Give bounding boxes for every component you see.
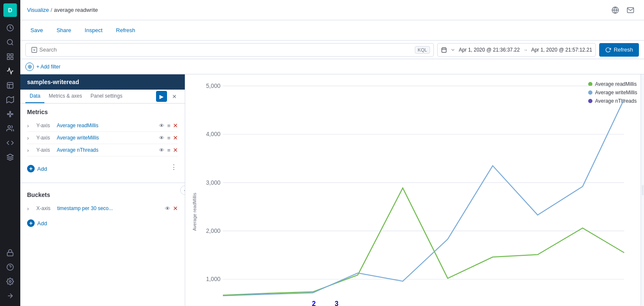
nav-icon-dashboard[interactable] bbox=[3, 50, 17, 63]
metrics-section: Metrics › Y-axis Average readMillis 👁 ≡ … bbox=[20, 104, 185, 179]
refresh-button[interactable]: Refresh bbox=[599, 43, 639, 57]
svg-point-1 bbox=[7, 39, 12, 44]
metric-1-delete-icon[interactable]: ✕ bbox=[173, 122, 178, 129]
svg-text:4,000: 4,000 bbox=[206, 131, 221, 137]
search-input[interactable] bbox=[39, 46, 415, 53]
chart-area: Average readMillis Average writeMillis A… bbox=[185, 74, 641, 306]
nav-icon-menu-toggle[interactable] bbox=[3, 289, 17, 303]
panel-tab-actions: ▶ ✕ bbox=[156, 91, 180, 102]
svg-rect-19 bbox=[7, 252, 13, 256]
metric-item-read: › Y-axis Average readMillis 👁 ≡ ✕ bbox=[27, 120, 178, 132]
save-button[interactable]: Save bbox=[27, 25, 47, 35]
svg-point-22 bbox=[9, 281, 11, 283]
nav-icon-users[interactable] bbox=[3, 122, 17, 135]
nav-icon-search[interactable] bbox=[3, 36, 17, 49]
date-picker[interactable]: Apr 1, 2020 @ 21:36:37.22 → Apr 1, 2020 … bbox=[437, 43, 596, 57]
buckets-section: Buckets › X-axis timestamp per 30 seco..… bbox=[20, 186, 185, 234]
search-dropdown-button[interactable] bbox=[29, 46, 39, 53]
svg-text:2: 2 bbox=[312, 300, 316, 306]
nav-icon-maps[interactable] bbox=[3, 93, 17, 107]
svg-marker-8 bbox=[7, 97, 14, 103]
add-bucket-button[interactable]: + Add bbox=[27, 218, 178, 229]
left-navigation: D bbox=[0, 0, 20, 306]
metric-2-legend-icon[interactable]: ≡ bbox=[167, 135, 170, 141]
right-panel-handle[interactable] bbox=[641, 74, 644, 306]
svg-text:1,000: 1,000 bbox=[206, 276, 221, 282]
tab-panel-settings[interactable]: Panel settings bbox=[86, 90, 126, 103]
more-options-button[interactable]: ⋮ bbox=[170, 163, 178, 171]
panel-tabs: Data Metrics & axes Panel settings ▶ ✕ bbox=[20, 90, 185, 104]
panel-header: samples-writeread bbox=[20, 74, 185, 90]
add-filter-button[interactable]: + Add filter bbox=[34, 63, 63, 71]
bucket-item-timestamp: › X-axis timestamp per 30 seco... 👁 ✕ bbox=[27, 202, 178, 214]
top-bar: Visualize / average readwrite bbox=[20, 0, 644, 20]
nav-icon-ml[interactable] bbox=[3, 107, 17, 121]
nav-icon-clock[interactable] bbox=[3, 21, 17, 35]
svg-point-12 bbox=[7, 114, 8, 115]
main-content: Visualize / average readwrite Save Share… bbox=[20, 0, 644, 306]
svg-point-10 bbox=[10, 111, 11, 112]
tab-data[interactable]: Data bbox=[25, 90, 44, 103]
date-arrow: → bbox=[523, 47, 528, 52]
svg-rect-3 bbox=[7, 54, 9, 56]
svg-rect-26 bbox=[32, 47, 37, 52]
panel-play-button[interactable]: ▶ bbox=[156, 91, 167, 102]
chart-inner: 5,000 4,000 3,000 2,000 1,000 0 bbox=[199, 81, 634, 306]
metric-2-delete-icon[interactable]: ✕ bbox=[173, 134, 178, 141]
add-metric-button[interactable]: + Add bbox=[27, 163, 47, 174]
nav-icon-lock[interactable] bbox=[3, 246, 17, 260]
metric-3-eye-icon[interactable]: 👁 bbox=[159, 147, 164, 153]
nav-icon-visualize[interactable] bbox=[3, 64, 17, 78]
svg-rect-4 bbox=[11, 54, 13, 56]
svg-point-9 bbox=[9, 113, 11, 115]
metric-expand-3[interactable]: › bbox=[27, 147, 34, 153]
globe-icon[interactable] bbox=[608, 3, 622, 17]
svg-rect-7 bbox=[7, 82, 13, 88]
chart-wrapper: Average readMillis 5,000 4,000 3,000 bbox=[192, 81, 634, 306]
metric-3-delete-icon[interactable]: ✕ bbox=[173, 147, 178, 153]
y-axis-label: Average readMillis bbox=[192, 193, 197, 231]
nav-icon-settings[interactable] bbox=[3, 275, 17, 288]
chart-svg: 5,000 4,000 3,000 2,000 1,000 0 bbox=[199, 81, 634, 306]
metric-3-legend-icon[interactable]: ≡ bbox=[167, 147, 170, 153]
svg-point-18 bbox=[8, 126, 11, 128]
bucket-1-actions: 👁 ✕ bbox=[165, 205, 178, 212]
share-button[interactable]: Share bbox=[53, 25, 75, 35]
breadcrumb-separator: / bbox=[51, 7, 52, 13]
svg-text:5,000: 5,000 bbox=[206, 83, 221, 89]
breadcrumb-parent[interactable]: Visualize bbox=[27, 7, 49, 13]
filter-options-button[interactable]: ⊕ bbox=[25, 63, 34, 71]
metric-1-eye-icon[interactable]: 👁 bbox=[159, 123, 164, 129]
mail-icon[interactable] bbox=[624, 3, 637, 17]
svg-line-2 bbox=[11, 44, 13, 45]
panel-close-button[interactable]: ✕ bbox=[169, 91, 180, 102]
metric-expand-1[interactable]: › bbox=[27, 123, 34, 129]
filter-bar: KQL Apr 1, 2020 @ 21:36:37.22 → Apr 1, 2… bbox=[20, 41, 644, 59]
metric-item-threads: › Y-axis Average nThreads 👁 ≡ ✕ bbox=[27, 144, 178, 156]
tab-metrics-axes[interactable]: Metrics & axes bbox=[44, 90, 86, 103]
kql-badge[interactable]: KQL bbox=[415, 46, 430, 54]
app-logo[interactable]: D bbox=[3, 3, 17, 17]
write-millis-line bbox=[223, 99, 624, 295]
content-area: samples-writeread ‹ Data Metrics & axes … bbox=[20, 74, 644, 306]
refresh-action-button[interactable]: Refresh bbox=[112, 25, 139, 35]
metric-expand-2[interactable]: › bbox=[27, 135, 34, 141]
svg-rect-6 bbox=[11, 57, 13, 60]
bucket-expand-1[interactable]: › bbox=[27, 205, 34, 212]
inspect-button[interactable]: Inspect bbox=[81, 25, 106, 35]
date-from: Apr 1, 2020 @ 21:36:37.22 bbox=[459, 47, 520, 53]
side-panel: samples-writeread ‹ Data Metrics & axes … bbox=[20, 74, 185, 306]
nav-icon-dev-tools[interactable] bbox=[3, 136, 17, 150]
add-metric-circle: + bbox=[27, 165, 35, 172]
metric-1-actions: 👁 ≡ ✕ bbox=[159, 122, 178, 129]
svg-rect-5 bbox=[7, 57, 9, 60]
top-nav-actions bbox=[608, 3, 637, 17]
bucket-1-delete-icon[interactable]: ✕ bbox=[173, 205, 178, 212]
nav-icon-help[interactable] bbox=[3, 260, 17, 274]
nav-icon-canvas[interactable] bbox=[3, 79, 17, 92]
nav-icon-stack[interactable] bbox=[3, 150, 17, 164]
metric-2-eye-icon[interactable]: 👁 bbox=[159, 135, 164, 141]
svg-rect-27 bbox=[442, 48, 447, 52]
bucket-1-eye-icon[interactable]: 👁 bbox=[165, 205, 170, 212]
metric-1-legend-icon[interactable]: ≡ bbox=[167, 123, 170, 129]
